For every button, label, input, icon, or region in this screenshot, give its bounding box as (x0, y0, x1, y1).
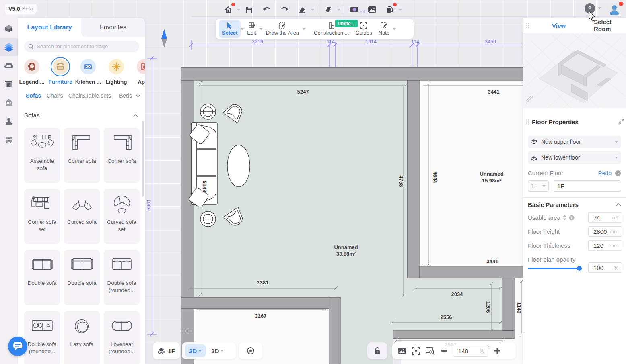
lock-button[interactable] (367, 342, 387, 359)
floor-name-field[interactable] (553, 180, 621, 192)
library-item[interactable]: Lazy sofa (64, 311, 100, 364)
library-item[interactable]: Corner sofa (64, 128, 100, 183)
round-table-top[interactable] (200, 104, 216, 119)
view-panel-drag-handle[interactable] (526, 23, 529, 28)
mode-2d-button[interactable]: 2D (185, 344, 206, 357)
subtab-sofas[interactable]: Sofas (26, 92, 41, 99)
three-d-preview[interactable] (523, 33, 626, 108)
opacity-slider-track[interactable] (528, 268, 579, 269)
rail-item-storage[interactable] (0, 130, 18, 149)
document-caret-icon[interactable] (399, 9, 402, 11)
new-upper-floor-caret-icon[interactable] (615, 141, 618, 143)
eraser-button[interactable] (293, 3, 311, 16)
rail-item-furniture[interactable] (0, 56, 18, 75)
category-kitchen[interactable]: Kitchen ... (74, 59, 102, 85)
subtabs-expand-icon[interactable] (135, 94, 141, 98)
library-search-box[interactable] (24, 41, 139, 52)
category-legend[interactable]: Legend ... (18, 59, 46, 85)
subtab-chairs[interactable]: Chairs (47, 92, 63, 99)
mode-3d-button[interactable]: 3D (207, 344, 228, 357)
search-input[interactable] (37, 43, 133, 49)
tool-note[interactable]: Note (375, 20, 393, 38)
draw-area-caret-icon[interactable] (302, 28, 305, 30)
subtab-beds[interactable]: Beds (119, 92, 132, 99)
tool-draw-area[interactable]: Draw the Area (263, 20, 302, 38)
library-item[interactable]: Corner sofa (104, 128, 140, 183)
usable-area-input[interactable] (589, 214, 607, 221)
rail-item-doors[interactable] (0, 75, 18, 93)
new-lower-floor-button[interactable]: New lower floor (528, 151, 621, 164)
tools-caret-icon[interactable] (337, 9, 340, 11)
tab-view[interactable]: View (552, 22, 566, 29)
rail-item-floorplan[interactable] (0, 38, 18, 56)
usable-area-field[interactable]: m² (588, 212, 622, 223)
opacity-field[interactable]: % (588, 262, 622, 273)
rail-item-ai-design[interactable] (0, 93, 18, 112)
tab-select-room[interactable]: Select Room (594, 18, 626, 32)
tool-edit[interactable]: Edit (244, 20, 259, 38)
library-item[interactable]: Double sofa (rounded... (104, 250, 140, 305)
zoom-region-icon[interactable] (426, 347, 435, 355)
floor-name-input[interactable] (553, 181, 614, 191)
floor-thickness-field[interactable]: mm (588, 240, 622, 251)
tool-select[interactable]: Select (219, 20, 241, 38)
visibility-button[interactable] (239, 342, 262, 359)
zoom-level-field[interactable]: % (453, 345, 488, 357)
expand-panel-icon[interactable] (619, 119, 624, 124)
opacity-slider-knob[interactable] (577, 266, 582, 271)
info-icon[interactable] (569, 215, 575, 221)
library-item[interactable]: Curved sofa (64, 189, 100, 244)
section-collapse-icon[interactable] (133, 113, 138, 117)
save-button[interactable] (240, 3, 258, 16)
rail-item-home[interactable] (0, 19, 18, 38)
eraser-caret-icon[interactable] (311, 9, 314, 11)
undo-button[interactable] (258, 3, 276, 16)
floor-thickness-input[interactable] (589, 242, 607, 249)
zoom-out-button[interactable] (441, 350, 447, 352)
history-clock-icon[interactable] (615, 170, 621, 176)
sort-arrows-icon[interactable] (563, 215, 566, 220)
home-caret-icon[interactable] (237, 9, 240, 11)
tab-layout-library[interactable]: Layout Library (18, 18, 81, 37)
home-button[interactable] (219, 3, 237, 16)
room-label-living[interactable]: Unnamed 33.88m² (334, 244, 358, 257)
new-upper-floor-button[interactable]: New upper floor (528, 136, 621, 148)
floor-height-input[interactable] (589, 228, 607, 235)
chat-support-button[interactable] (8, 337, 27, 356)
library-item[interactable]: Loveseat (rounded... (104, 311, 140, 364)
tools-wrench-button[interactable] (319, 3, 337, 16)
floor-selector-dropdown[interactable]: 1F (528, 180, 549, 192)
camera-button[interactable] (346, 3, 363, 16)
category-lighting[interactable]: Lighting (102, 59, 130, 85)
image-export-button[interactable] (363, 3, 381, 16)
library-item[interactable]: Corner sofa set (24, 189, 60, 244)
category-furniture[interactable]: Furniture (46, 59, 74, 85)
opacity-input[interactable] (589, 264, 607, 271)
round-table-bottom[interactable] (200, 211, 216, 227)
library-item[interactable]: Curved sofa set (104, 189, 140, 244)
basic-parameters-collapse-icon[interactable] (616, 203, 621, 207)
new-lower-floor-caret-icon[interactable] (615, 157, 618, 159)
zoom-level-input[interactable] (453, 348, 474, 354)
rail-item-account[interactable] (0, 112, 18, 130)
library-item[interactable]: Double sofa (rounded... (24, 311, 60, 364)
oval-coffee-table[interactable] (227, 145, 250, 187)
select-caret-icon[interactable] (241, 28, 244, 30)
snapshot-image-icon[interactable] (398, 347, 406, 354)
library-scrollbar[interactable] (142, 121, 144, 197)
redo-link[interactable]: Redo (598, 170, 612, 176)
floor-height-field[interactable]: mm (588, 226, 622, 237)
floor-properties-drag-handle[interactable] (526, 119, 529, 125)
edit-caret-icon[interactable] (259, 28, 263, 30)
library-item[interactable]: Double sofa (64, 250, 100, 305)
redo-button[interactable] (276, 3, 293, 16)
note-caret-icon[interactable] (393, 28, 396, 30)
zoom-in-button[interactable] (494, 348, 500, 354)
category-appliance[interactable]: Appli (130, 59, 145, 85)
fit-view-icon[interactable] (412, 347, 420, 355)
sofa-three-seat[interactable] (188, 123, 217, 208)
tab-favorites[interactable]: Favorites (81, 18, 145, 37)
library-item[interactable]: Double sofa (24, 250, 60, 305)
floor-switcher-button[interactable]: 1F (153, 342, 180, 359)
library-item[interactable]: Assemble sofa (24, 128, 60, 183)
